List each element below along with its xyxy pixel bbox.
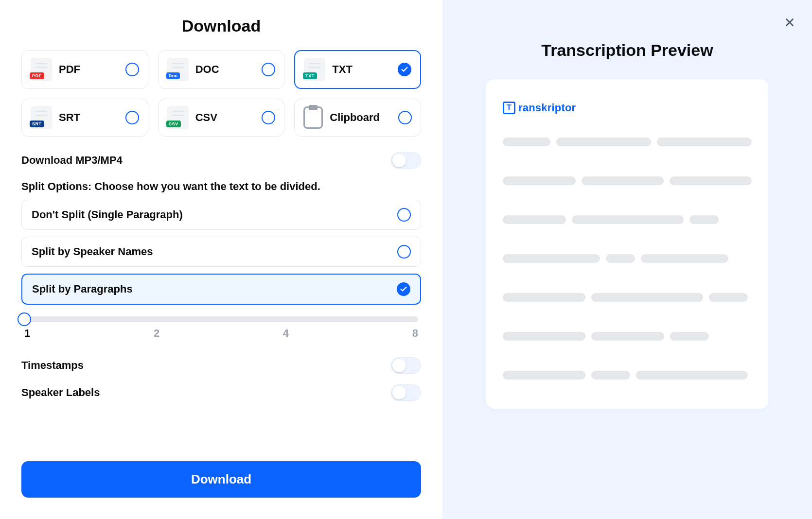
speaker-labels-toggle[interactable] (391, 384, 421, 401)
split-option-paragraph[interactable]: Split by Paragraphs (21, 274, 421, 305)
format-label: CSV (195, 111, 217, 124)
split-option-none[interactable]: Don't Split (Single Paragraph) (21, 200, 421, 230)
option-label: Split by Paragraphs (32, 283, 133, 295)
radio-checked-icon (397, 282, 410, 296)
download-button[interactable]: Download (21, 461, 421, 498)
radio-icon (398, 111, 412, 124)
format-srt[interactable]: SRT SRT (21, 99, 148, 137)
format-pdf[interactable]: PDF PDF (21, 50, 148, 89)
close-button[interactable] (781, 14, 798, 31)
format-clipboard[interactable]: Clipboard (294, 99, 421, 137)
format-txt[interactable]: TXT TXT (294, 50, 421, 89)
brand-text: ranskriptor (518, 102, 576, 114)
panel-title: Download (21, 17, 421, 35)
close-icon (783, 16, 796, 29)
radio-icon (262, 63, 275, 76)
mp3-toggle-row: Download MP3/MP4 (21, 152, 421, 169)
preview-title: Transcription Preview (541, 41, 713, 60)
pdf-file-icon: PDF (31, 58, 52, 81)
brand-mark-icon: T (503, 102, 515, 114)
format-label: SRT (59, 111, 80, 124)
tick-8: 8 (412, 327, 418, 340)
format-label: Clipboard (330, 111, 380, 124)
brand: T ranskriptor (503, 102, 752, 114)
split-options: Don't Split (Single Paragraph) Split by … (21, 200, 421, 305)
split-option-speaker[interactable]: Split by Speaker Names (21, 237, 421, 267)
radio-icon (125, 63, 139, 76)
tick-4: 4 (283, 327, 289, 340)
preview-panel: Transcription Preview T ranskriptor (442, 0, 812, 519)
radio-icon (125, 111, 139, 124)
placeholder-lines (503, 138, 752, 380)
radio-checked-icon (398, 63, 411, 76)
format-label: TXT (332, 63, 353, 76)
tick-1: 1 (24, 327, 30, 340)
mp3-label: Download MP3/MP4 (21, 154, 123, 167)
format-grid: PDF PDF Doc DOC TXT (21, 50, 421, 137)
csv-file-icon: CSV (167, 106, 189, 129)
slider-track[interactable] (24, 316, 418, 322)
radio-icon (397, 208, 411, 222)
speaker-labels-row: Speaker Labels (21, 384, 421, 401)
format-csv[interactable]: CSV CSV (158, 99, 285, 137)
option-label: Don't Split (Single Paragraph) (32, 208, 183, 221)
option-label: Split by Speaker Names (32, 245, 153, 258)
format-label: PDF (59, 63, 80, 76)
slider-ticks: 1 2 4 8 (24, 327, 418, 340)
radio-icon (397, 245, 411, 259)
paragraph-slider: 1 2 4 8 (24, 316, 418, 340)
radio-icon (262, 111, 275, 124)
timestamps-label: Timestamps (21, 359, 84, 372)
mp3-toggle[interactable] (391, 152, 421, 169)
format-label: DOC (195, 63, 219, 76)
timestamps-row: Timestamps (21, 357, 421, 374)
txt-file-icon: TXT (304, 58, 325, 81)
clipboard-icon (303, 106, 323, 129)
srt-file-icon: SRT (31, 106, 52, 129)
split-heading: Split Options: Choose how you want the t… (21, 180, 421, 193)
speaker-labels-label: Speaker Labels (21, 386, 100, 399)
timestamps-toggle[interactable] (391, 357, 421, 374)
download-panel: Download PDF PDF Doc DOC (0, 0, 442, 519)
doc-file-icon: Doc (167, 58, 189, 81)
slider-thumb[interactable] (18, 312, 31, 326)
tick-2: 2 (154, 327, 159, 340)
format-doc[interactable]: Doc DOC (158, 50, 285, 89)
preview-card: T ranskriptor (486, 79, 768, 409)
